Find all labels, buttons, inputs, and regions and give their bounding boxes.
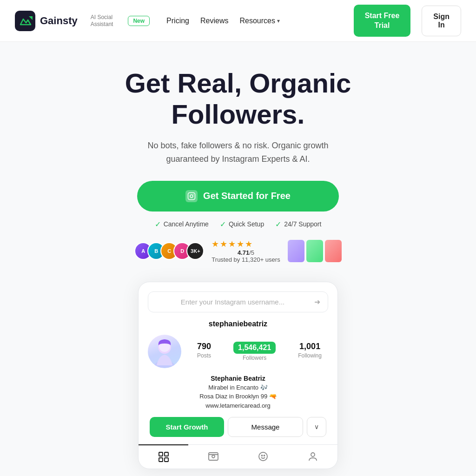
- following-count: 1,001: [299, 342, 320, 351]
- tab-grid[interactable]: [139, 444, 188, 469]
- logo-icon: [15, 11, 35, 31]
- start-growth-button[interactable]: Start Growth: [150, 417, 224, 437]
- svg-point-17: [264, 455, 264, 456]
- start-trial-button[interactable]: Start Free Trial: [354, 5, 411, 37]
- trust-setup: ✓ Quick Setup: [220, 220, 264, 229]
- posts-count: 790: [197, 342, 211, 351]
- nav-resources[interactable]: Resources ▾: [239, 17, 279, 25]
- svg-point-3: [190, 195, 193, 198]
- hero-title: Get Real, Organic Followers.: [94, 68, 382, 130]
- search-arrow-icon: ➜: [314, 298, 320, 306]
- smiley-icon: [258, 451, 268, 462]
- stats-row: 790 Posts 1,546,421 Followers 1,001 Foll…: [191, 342, 328, 361]
- star-2: ★: [220, 239, 227, 249]
- profile-actions: Start Growth Message ∨: [148, 417, 328, 437]
- check-icon-3: ✓: [275, 220, 281, 229]
- following-label: Following: [298, 352, 322, 359]
- check-icon-1: ✓: [155, 220, 161, 229]
- star-4: ★: [237, 239, 244, 249]
- profile-row: 790 Posts 1,546,421 Followers 1,001 Foll…: [148, 335, 328, 368]
- proof-image-1: [288, 240, 304, 262]
- svg-rect-11: [165, 458, 168, 462]
- person-icon: [308, 451, 318, 462]
- bio-line-1: Mirabel in Encanto 🎶: [150, 383, 326, 392]
- profile-username: stephaniebeatriz: [209, 320, 267, 328]
- posts-stat: 790 Posts: [197, 342, 211, 361]
- avatar-group: A B C D 3K+: [134, 242, 204, 260]
- bio-line-2: Rosa Diaz in Brooklyn 99 🔫: [150, 392, 326, 401]
- svg-rect-9: [165, 452, 168, 456]
- tab-tagged[interactable]: [238, 445, 288, 469]
- star-icons: ★ ★ ★ ★ ★: [212, 239, 280, 249]
- star-5: ★: [245, 239, 252, 249]
- sign-in-button[interactable]: Sign In: [422, 6, 461, 36]
- followers-label: Followers: [243, 355, 266, 361]
- navbar: Gainsty AI Social Assistant New Pricing …: [0, 0, 476, 42]
- brand-name: Gainsty: [40, 15, 78, 27]
- hero-subtitle: No bots, fake followers & no risk. Organ…: [131, 139, 345, 166]
- profile-card: Enter your Instagram username... ➜ steph…: [138, 282, 338, 469]
- trust-cancel: ✓ Cancel Anytime: [155, 220, 209, 229]
- instagram-icon: [185, 190, 198, 202]
- svg-rect-2: [188, 192, 195, 199]
- get-started-button[interactable]: Get Started for Free: [137, 181, 339, 212]
- profile-avatar: [148, 335, 181, 368]
- message-button[interactable]: Message: [228, 417, 303, 437]
- rating-block: ★ ★ ★ ★ ★ 4.71/5 Trusted by 11,320+ user…: [212, 239, 280, 263]
- bio-link[interactable]: www.letamericaread.org: [205, 402, 270, 409]
- dropdown-button[interactable]: ∨: [307, 417, 326, 437]
- avatar-image: [148, 335, 181, 368]
- proof-images: [288, 240, 342, 262]
- svg-rect-12: [209, 453, 218, 460]
- phone-tabs: [139, 444, 337, 469]
- profile-bio: Stephanie Beatriz Mirabel in Encanto 🎶 R…: [148, 375, 328, 410]
- reels-icon: [208, 451, 218, 462]
- profile-section: stephaniebeatriz: [139, 320, 337, 444]
- logo-link[interactable]: Gainsty: [15, 11, 78, 31]
- star-1: ★: [212, 239, 219, 249]
- star-3: ★: [228, 239, 236, 249]
- proof-image-2: [306, 240, 323, 262]
- new-badge: New: [128, 16, 150, 26]
- rating-text: 4.71/5 Trusted by 11,320+ users: [212, 249, 280, 263]
- following-stat: 1,001 Following: [298, 342, 322, 361]
- nav-reviews[interactable]: Reviews: [200, 17, 228, 25]
- trust-support: ✓ 24/7 Support: [275, 220, 321, 229]
- avatar-count: 3K+: [186, 242, 204, 260]
- svg-rect-10: [159, 458, 163, 462]
- tab-reels[interactable]: [188, 445, 238, 469]
- search-placeholder: Enter your Instagram username...: [156, 298, 310, 306]
- followers-stat: 1,546,421 Followers: [233, 342, 276, 361]
- ai-label: AI Social Assistant: [91, 14, 113, 27]
- trust-badges: ✓ Cancel Anytime ✓ Quick Setup ✓ 24/7 Su…: [155, 220, 322, 229]
- svg-point-13: [212, 455, 215, 458]
- svg-rect-8: [159, 452, 163, 456]
- check-icon-2: ✓: [220, 220, 226, 229]
- posts-label: Posts: [197, 352, 211, 359]
- social-proof: A B C D 3K+ ★ ★ ★ ★ ★ 4.71/5 Trusted by …: [134, 239, 341, 263]
- svg-point-18: [311, 453, 315, 456]
- tab-contact[interactable]: [288, 445, 337, 469]
- bio-name: Stephanie Beatriz: [150, 375, 326, 382]
- chevron-down-icon: ▾: [277, 18, 280, 24]
- svg-point-16: [261, 455, 262, 456]
- followers-count: 1,546,421: [233, 342, 276, 354]
- get-started-label: Get Started for Free: [203, 191, 291, 201]
- svg-point-4: [193, 194, 194, 195]
- nav-pricing[interactable]: Pricing: [166, 17, 189, 25]
- svg-point-15: [259, 452, 267, 461]
- grid-icon: [159, 452, 169, 462]
- hero-section: Get Real, Organic Followers. No bots, fa…: [0, 42, 476, 469]
- proof-image-3: [325, 240, 342, 262]
- username-search-bar[interactable]: Enter your Instagram username... ➜: [148, 291, 328, 312]
